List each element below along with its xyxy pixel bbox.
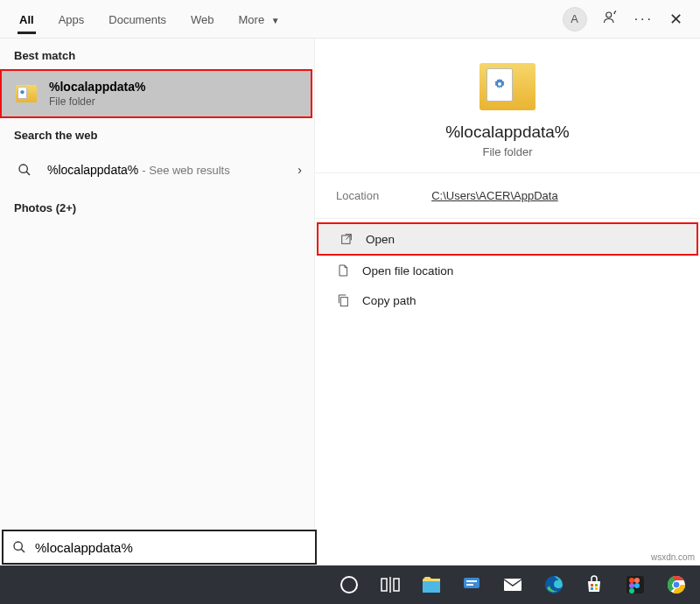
svg-line-8 — [21, 549, 24, 552]
section-photos: Photos (2+) — [0, 191, 314, 221]
svg-point-2 — [19, 165, 27, 172]
search-icon — [12, 540, 26, 554]
svg-rect-9 — [382, 579, 387, 591]
chrome-icon — [666, 574, 687, 595]
meta-value-link[interactable]: C:\Users\ACER\AppData — [431, 189, 558, 202]
svg-point-23 — [634, 578, 640, 583]
tab-apps[interactable]: Apps — [46, 4, 97, 33]
svg-point-25 — [634, 583, 640, 588]
taskbar-edge[interactable] — [536, 565, 570, 604]
preview-subtitle: File folder — [336, 145, 679, 158]
preview-column: %localappdata% File folder Location C:\U… — [315, 39, 700, 565]
meta-location: Location C:\Users\ACER\AppData — [315, 173, 700, 219]
svg-point-0 — [606, 12, 611, 18]
file-location-icon — [336, 263, 350, 277]
svg-point-22 — [629, 578, 634, 583]
copy-icon — [336, 293, 350, 307]
taskbar-task-view[interactable] — [374, 565, 408, 604]
cortana-icon — [340, 576, 358, 593]
preview-title: %localappdata% — [336, 123, 679, 142]
file-explorer-icon — [421, 574, 442, 595]
svg-rect-13 — [466, 580, 477, 582]
tab-more[interactable]: More ▼ — [227, 4, 292, 33]
avatar[interactable]: A — [563, 7, 587, 32]
result-web[interactable]: %localappdata% - See web results › — [0, 149, 314, 191]
result-title: %localappdata% — [49, 80, 145, 94]
svg-rect-15 — [504, 579, 522, 591]
taskbar-app-1[interactable] — [455, 565, 489, 604]
watermark: wsxdn.com — [651, 552, 695, 562]
svg-point-26 — [629, 588, 634, 593]
svg-point-4 — [498, 82, 501, 86]
taskbar-cortana[interactable] — [332, 565, 367, 604]
action-label: Copy path — [362, 294, 416, 307]
search-icon — [12, 158, 37, 182]
folder-icon — [14, 81, 38, 106]
svg-line-3 — [26, 172, 30, 175]
close-icon[interactable]: ✕ — [669, 10, 682, 29]
svg-rect-10 — [394, 579, 399, 591]
taskbar-store[interactable] — [578, 565, 612, 604]
taskbar-app-2[interactable] — [619, 565, 653, 604]
taskbar-chrome[interactable] — [659, 565, 693, 604]
taskbar-explorer[interactable] — [414, 565, 448, 604]
mail-icon — [502, 574, 523, 595]
meta-label: Location — [336, 189, 379, 202]
svg-rect-12 — [464, 578, 480, 588]
results-column: Best match %localappdata% File folder Se… — [0, 39, 315, 565]
taskbar — [0, 565, 700, 604]
svg-rect-18 — [595, 584, 598, 586]
edge-icon — [543, 574, 564, 595]
taskbar-mail[interactable] — [496, 565, 530, 604]
search-input[interactable] — [35, 540, 306, 555]
action-copy-path[interactable]: Copy path — [315, 285, 700, 315]
result-subtitle: File folder — [49, 95, 145, 108]
section-best-match: Best match — [0, 39, 314, 69]
tab-more-label: More — [239, 13, 265, 26]
figma-icon — [625, 574, 646, 595]
tab-documents[interactable]: Documents — [96, 4, 178, 33]
svg-rect-19 — [591, 587, 593, 590]
tab-web[interactable]: Web — [178, 4, 227, 33]
result-title: %localappdata% — [47, 163, 138, 177]
search-bar[interactable] — [2, 530, 317, 565]
action-open[interactable]: Open — [317, 222, 698, 256]
result-suffix: - See web results — [142, 164, 229, 177]
task-view-icon — [380, 574, 401, 595]
svg-rect-17 — [591, 584, 593, 586]
open-icon — [340, 232, 354, 246]
svg-rect-6 — [340, 298, 347, 306]
svg-rect-20 — [595, 587, 598, 590]
svg-rect-14 — [466, 584, 473, 586]
store-icon — [584, 574, 605, 595]
result-best-match[interactable]: %localappdata% File folder — [0, 69, 312, 118]
action-open-file-location[interactable]: Open file location — [315, 256, 700, 285]
svg-point-24 — [629, 583, 634, 588]
chevron-right-icon: › — [298, 163, 302, 177]
tab-all[interactable]: All — [7, 4, 46, 33]
folder-icon — [480, 63, 536, 110]
tabs-row: All Apps Documents Web More ▼ A ··· ✕ — [0, 0, 700, 39]
chevron-down-icon: ▼ — [271, 16, 280, 25]
more-icon[interactable]: ··· — [634, 11, 654, 27]
section-search-web: Search the web — [0, 118, 314, 149]
feedback-icon[interactable] — [603, 10, 619, 29]
action-label: Open file location — [362, 264, 453, 277]
svg-point-7 — [14, 542, 22, 550]
action-label: Open — [366, 233, 395, 246]
app-icon — [461, 574, 482, 595]
